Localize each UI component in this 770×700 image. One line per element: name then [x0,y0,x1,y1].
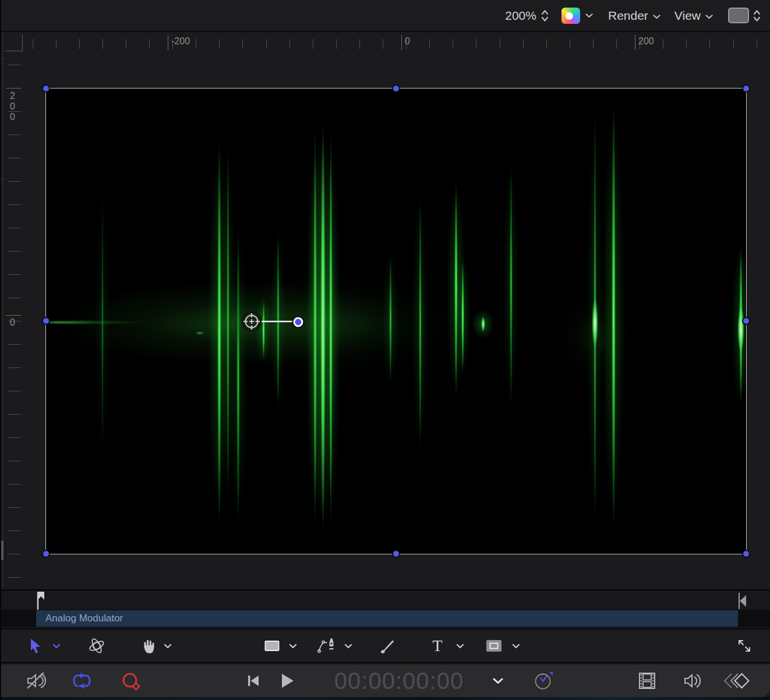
ruler-tick [8,65,21,65]
ruler-tick [8,228,21,228]
ruler-tick [476,39,476,49]
rectangle-shape-tool[interactable] [264,630,280,662]
select-transform-tool[interactable] [28,630,43,662]
view-menu-label[interactable]: View [674,9,701,23]
playhead-marker-icon[interactable] [33,591,45,610]
ruler-tick [8,554,21,554]
composition-canvas[interactable] [45,88,747,554]
layout-stepper-icon[interactable] [753,9,761,23]
ruler-tick [453,39,453,49]
render-menu-label[interactable]: Render [608,9,648,23]
zoom-stepper-icon[interactable] [541,9,549,23]
horizontal-light-streak [46,321,148,324]
timecode-field[interactable]: 00:00:00:00 [326,664,472,697]
ruler-tick [8,274,21,275]
ruler-tick [8,577,21,578]
window-layout-button[interactable] [728,8,749,23]
selection-handle[interactable] [392,550,400,558]
ruler-tick [8,158,21,158]
selection-handle[interactable] [392,84,400,93]
play-button[interactable] [280,664,295,697]
text-tool[interactable]: T [429,630,446,662]
ruler-major-tick [6,315,21,316]
ruler-tick [56,39,56,49]
show-keyframes-icon[interactable] [720,664,751,697]
out-point-marker-icon[interactable] [736,592,748,610]
shape-tool-chevron-icon[interactable] [289,630,297,662]
ruler-tick [8,531,21,531]
bezier-pen-tool[interactable] [316,630,337,662]
show-audio-timeline-icon[interactable] [681,664,705,697]
ruler-tick [8,391,21,391]
ruler-tick [219,39,220,49]
selection-handle[interactable] [742,317,750,325]
render-menu[interactable]: Render [608,9,660,23]
ruler-tick [79,39,80,49]
ruler-tick [546,39,547,49]
render-chevron-down-icon [653,15,660,19]
ruler-tick [8,367,21,368]
timeline-ruler-row[interactable] [0,591,770,610]
ruler-tick [429,39,430,49]
hand-tool-chevron-icon[interactable] [164,630,172,662]
svg-text:T: T [432,637,442,655]
swatch-chevron-down-icon[interactable] [585,13,593,18]
ruler-tick [242,39,243,49]
loop-playback-button[interactable] [70,664,94,697]
light-streak [329,130,333,526]
mask-tool-chevron-icon[interactable] [512,630,520,662]
motion-canvas-window: 200% Render View -20002 [0,0,770,700]
timecode-chevron-icon[interactable] [493,664,503,697]
go-to-start-button[interactable] [246,664,261,697]
anchor-point-control[interactable] [240,310,263,333]
3d-transform-tool[interactable] [87,630,106,662]
zoom-level-value[interactable]: 200% [505,9,536,23]
ruler-tick [8,204,21,205]
light-streak [236,224,240,527]
record-button[interactable] [120,664,143,697]
ruler-tick [289,39,290,49]
bezier-tool-chevron-icon[interactable] [344,630,352,662]
ruler-tick [266,39,267,49]
expand-view-icon[interactable] [736,630,753,662]
ruler-tick [149,39,150,49]
layer-bar-analog-modulator[interactable]: Analog Modulator [36,610,738,627]
show-video-timeline-icon[interactable] [637,664,657,697]
canvas-tool-bar: T [0,628,770,663]
ruler-tick [733,39,734,49]
selection-handle[interactable] [42,317,50,325]
ruler-tick [8,135,21,135]
horizontal-light-streak [195,332,204,334]
audio-mute-button[interactable] [24,664,48,697]
ruler-label: 0 [10,318,15,327]
timeline-track-row: Analog Modulator [0,610,770,627]
selection-handle[interactable] [742,84,750,93]
paint-stroke-tool[interactable] [379,630,396,662]
view-menu[interactable]: View [674,9,713,23]
light-streak-hotspot [592,298,598,348]
ruler-label: -200 [171,37,190,46]
zoom-level-control[interactable]: 200% [505,9,536,23]
text-tool-chevron-icon[interactable] [456,630,464,662]
ruler-tick [8,414,21,415]
selection-handle[interactable] [742,550,750,558]
ruler-tick [500,39,500,49]
ruler-tick [616,39,617,49]
canvas-toolbar: 200% Render View [0,0,770,32]
mask-rectangle-tool[interactable] [485,630,503,662]
ruler-tick [8,437,21,438]
selection-handle[interactable] [42,84,50,93]
ruler-tick [757,39,757,49]
ruler-label: 0 [405,37,410,46]
ruler-tick [593,39,594,49]
pan-hand-tool[interactable] [141,630,157,662]
timer-display-icon[interactable] [533,664,554,697]
display-color-swatch-icon[interactable] [561,8,580,24]
select-tool-chevron-icon[interactable] [52,630,61,662]
ruler-major-tick [168,35,168,50]
light-streak [481,316,485,332]
window-bottom-edge [0,697,770,700]
vertical-ruler: 2 0 00 [5,51,22,589]
selection-handle[interactable] [42,550,50,558]
timecode-value[interactable]: 00:00:00:00 [334,668,464,694]
